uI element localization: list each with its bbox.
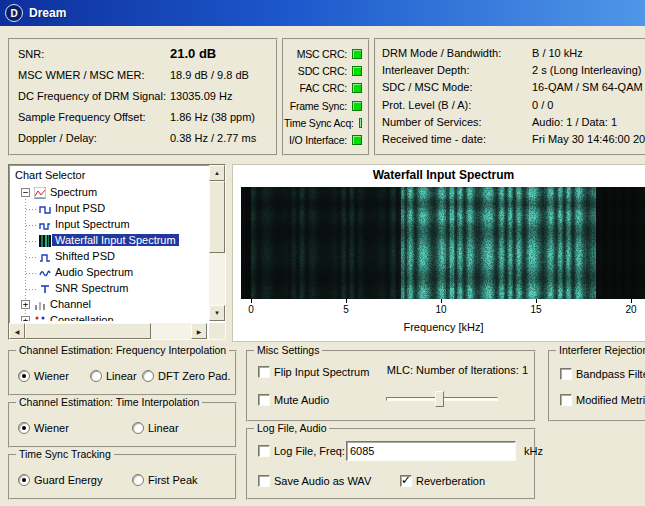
sdc-msc-mode-row: SDC / MSC Mode: 16-QAM / SM 64-QAM [376,81,645,95]
vertical-scroll-thumb[interactable] [209,181,225,253]
x-tick-label: 5 [343,304,349,315]
radio-icon [132,474,144,486]
chart-selector-title: Chart Selector [15,169,85,181]
checkbox-flip-input-spectrum[interactable]: Flip Input Spectrum [258,366,369,378]
x-tick-mark [536,299,537,303]
vertical-scrollbar[interactable]: ▲ ▼ [209,165,225,321]
waterfall-canvas [241,187,645,299]
x-tick-label: 0 [248,304,254,315]
sdc-crc-row: SDC CRC: [284,64,368,77]
checkbox-mute-audio[interactable]: Mute Audio [258,394,329,406]
group-title: Channel Estimation: Time Interpolation [16,396,202,408]
fac-crc-row: FAC CRC: [284,82,368,95]
horizontal-scrollbar[interactable]: ◀ ▶ [9,323,207,339]
channel-icon [34,299,46,313]
horizontal-scroll-thumb[interactable] [25,323,151,339]
tree-item-waterfall-input-spectrum[interactable]: Waterfall Input Spectrum [11,233,209,249]
expand-icon[interactable]: + [21,300,30,309]
signal-measurements-panel: SNR: 21.0 dB MSC WMER / MSC MER: 18.9 dB… [8,38,278,156]
status-led [352,49,362,59]
misc-settings-group: Misc Settings Flip Input Spectrum Mute A… [246,350,536,422]
drm-mode-row: DRM Mode / Bandwidth: B / 10 kHz [376,47,645,61]
slider-handle[interactable] [435,391,444,407]
status-led [352,101,362,111]
checkbox-icon [400,475,412,487]
scroll-up-button[interactable]: ▲ [209,165,225,181]
tree-item-input-spectrum[interactable]: Input Spectrum [11,217,209,233]
mlc-iterations-value: 1 [522,364,528,376]
scroll-right-button[interactable]: ▶ [191,323,207,339]
snr-row: SNR: 21.0 dB [10,48,276,62]
tree-item-constellation[interactable]: + Constellation [11,313,209,321]
group-title: Log File, Audio [254,422,329,434]
checkbox-icon [258,394,270,406]
x-tick-mark [441,299,442,303]
x-tick-mark [251,299,252,303]
mlc-iterations-slider[interactable] [386,390,498,408]
x-tick-mark [631,299,632,303]
chart-title: Waterfall Input Spectrum [241,168,645,182]
scroll-down-button[interactable]: ▼ [209,305,225,321]
scroll-left-button[interactable]: ◀ [9,323,25,339]
tree-item-snr-spectrum[interactable]: SNR Spectrum [11,281,209,297]
radio-icon [142,370,154,382]
x-tick-label: 10 [435,304,446,315]
log-file-audio-group: Log File, Audio Log File, Freq: kHz Save… [246,428,536,500]
spectrum-icon [39,219,51,233]
log-frequency-input[interactable] [346,441,516,461]
tree-item-spectrum[interactable]: − Spectrum [11,185,209,201]
group-title: Channel Estimation: Frequency Interpolat… [16,344,229,356]
radio-icon [132,422,144,434]
group-title: Interferer Rejection [556,344,645,356]
expand-icon[interactable]: + [21,316,30,321]
io-interface-row: I/O Interface: [284,134,368,147]
radio-icon [90,370,102,382]
tree-item-shifted-psd[interactable]: Shifted PSD [11,249,209,265]
time-sync-tracking-group: Time Sync Tracking Guard Energy First Pe… [8,454,237,500]
radio-linear-time[interactable]: Linear [132,422,179,434]
chart-selector-tree: − Spectrum Input PSD Input Spectrum [11,185,209,321]
prot-level-row: Prot. Level (B / A): 0 / 0 [376,99,645,113]
radio-guard-energy[interactable]: Guard Energy [18,474,102,486]
freq-interpolation-group: Channel Estimation: Frequency Interpolat… [8,350,237,396]
tree-item-channel[interactable]: + Channel [11,297,209,313]
radio-wiener-time[interactable]: Wiener [18,422,69,434]
checkbox-icon [258,366,270,378]
checkbox-bandpass-filter[interactable]: Bandpass Filter [560,368,645,380]
radio-linear-freq[interactable]: Linear [90,370,137,382]
checkbox-log-file-freq[interactable]: Log File, Freq: [258,445,345,457]
x-tick-label: 15 [530,304,541,315]
radio-wiener-freq[interactable]: Wiener [18,370,69,382]
time-sync-row: Time Sync Acq: [284,117,368,130]
tree-item-input-psd[interactable]: Input PSD [11,201,209,217]
title-bar[interactable]: D Dream [0,0,645,26]
x-axis: 05101520 [241,299,645,321]
received-time-row: Received time - date: Fri May 30 14:46:0… [376,133,645,147]
radio-first-peak[interactable]: First Peak [132,474,198,486]
collapse-icon[interactable]: − [21,188,30,197]
tree-item-audio-spectrum[interactable]: Audio Spectrum [11,265,209,281]
scrollbar-corner [209,323,225,339]
wmer-row: MSC WMER / MSC MER: 18.9 dB / 9.8 dB [10,69,276,83]
dc-frequency-row: DC Frequency of DRM Signal: 13035.09 Hz [10,90,276,104]
checkbox-reverberation[interactable]: Reverberation [400,475,485,487]
checkbox-modified-metrics[interactable]: Modified Metrics [560,394,645,406]
radio-icon [18,422,30,434]
snr-spectrum-icon [39,283,51,297]
checkbox-icon [258,475,270,487]
frame-sync-row: Frame Sync: [284,99,368,112]
interleaver-row: Interleaver Depth: 2 s (Long Interleavin… [376,64,645,78]
doppler-delay-row: Doppler / Delay: 0.38 Hz / 2.77 ms [10,132,276,146]
radio-dft-zero-pad[interactable]: DFT Zero Pad. [142,370,231,382]
checkbox-save-audio-wav[interactable]: Save Audio as WAV [258,475,371,487]
psd-icon [39,203,51,217]
services-row: Number of Services: Audio: 1 / Data: 1 [376,116,645,130]
time-interpolation-group: Channel Estimation: Time Interpolation W… [8,402,237,448]
waterfall-icon [39,235,51,249]
radio-icon [18,474,30,486]
checkbox-icon [560,394,572,406]
msc-crc-row: MSC CRC: [284,47,368,60]
x-axis-label: Frequency [kHz] [241,321,645,333]
dream-app-window: D Dream SNR: 21.0 dB MSC WMER / MSC MER:… [0,0,645,506]
group-title: Misc Settings [254,344,322,356]
